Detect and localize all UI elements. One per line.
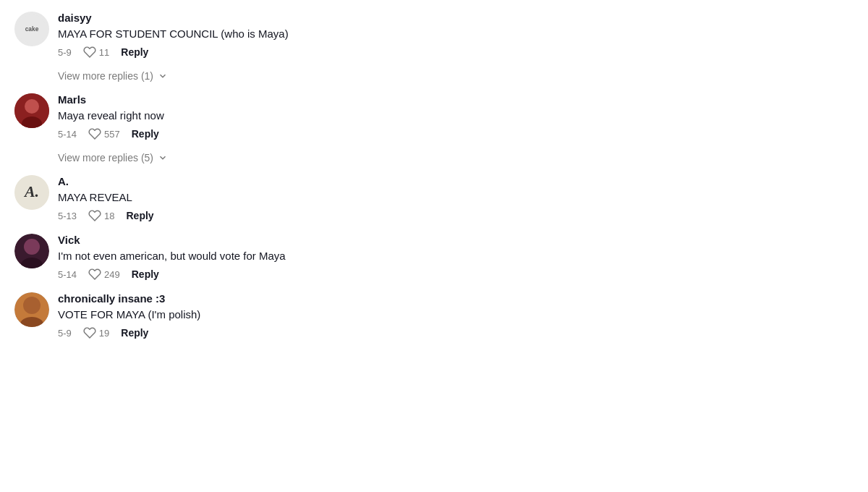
comment-item: chronically insane :3 VOTE FOR MAYA (I'm…: [14, 292, 492, 339]
like-button[interactable]: 557: [88, 127, 120, 140]
like-button[interactable]: 249: [88, 268, 120, 281]
comment-text: Maya reveal right now: [58, 108, 492, 123]
heart-icon: [88, 268, 101, 281]
avatar: [14, 292, 49, 327]
like-button[interactable]: 18: [88, 209, 114, 222]
comment-text: I'm not even american, but would vote fo…: [58, 248, 492, 263]
comment-meta: 5-14 249 Reply: [58, 268, 492, 281]
heart-icon: [88, 127, 101, 140]
heart-icon: [88, 209, 101, 222]
avatar: [14, 234, 49, 268]
comment-body: daisyy MAYA FOR STUDENT COUNCIL (who is …: [58, 12, 492, 59]
comment-meta: 5-9 11 Reply: [58, 46, 492, 59]
avatar: [14, 93, 49, 128]
reply-button[interactable]: Reply: [121, 46, 148, 58]
comment-username: Vick: [58, 234, 492, 246]
svg-point-11: [23, 297, 41, 314]
view-more-label: View more replies (5): [58, 152, 153, 164]
comment-date: 5-9: [58, 47, 72, 58]
like-count: 11: [99, 47, 109, 58]
like-button[interactable]: 19: [83, 326, 109, 339]
svg-point-8: [24, 239, 40, 255]
like-count: 249: [104, 269, 120, 280]
svg-text:A.: A.: [23, 182, 39, 200]
comment-body: A. MAYA REVEAL 5-13 18 Reply: [58, 175, 492, 222]
comment-text: VOTE FOR MAYA (I'm polish): [58, 307, 492, 322]
view-more-label: View more replies (1): [58, 70, 153, 82]
comment-date: 5-14: [58, 129, 77, 140]
comment-meta: 5-13 18 Reply: [58, 209, 492, 222]
avatar: A.: [14, 175, 49, 210]
heart-icon: [83, 326, 96, 339]
comment-item: A. A. MAYA REVEAL 5-13 18 Reply: [14, 175, 492, 222]
like-count: 19: [99, 328, 109, 339]
view-more-replies-button[interactable]: View more replies (5): [58, 152, 168, 164]
comment-item: Vick I'm not even american, but would vo…: [14, 234, 492, 281]
reply-button[interactable]: Reply: [132, 268, 159, 280]
reply-button[interactable]: Reply: [132, 128, 159, 140]
comments-container: cake daisyy MAYA FOR STUDENT COUNCIL (wh…: [0, 0, 506, 362]
comment-body: Vick I'm not even american, but would vo…: [58, 234, 492, 281]
comment-item: cake daisyy MAYA FOR STUDENT COUNCIL (wh…: [14, 12, 492, 59]
avatar: cake: [14, 12, 49, 46]
svg-point-3: [25, 99, 39, 114]
comment-meta: 5-14 557 Reply: [58, 127, 492, 140]
comment-username: daisyy: [58, 12, 492, 24]
reply-button[interactable]: Reply: [121, 327, 148, 339]
heart-icon: [83, 46, 96, 59]
comment-username: A.: [58, 175, 492, 187]
comment-text: MAYA REVEAL: [58, 190, 492, 205]
reply-button[interactable]: Reply: [127, 210, 154, 221]
chevron-down-icon: [158, 153, 168, 163]
comment-body: chronically insane :3 VOTE FOR MAYA (I'm…: [58, 292, 492, 339]
comment-username: Marls: [58, 93, 492, 106]
comment-date: 5-9: [58, 328, 72, 339]
svg-text:cake: cake: [25, 25, 39, 33]
comment-meta: 5-9 19 Reply: [58, 326, 492, 339]
like-count: 18: [104, 211, 114, 221]
comment-date: 5-13: [58, 211, 77, 221]
comment-body: Marls Maya reveal right now 5-14 557 Rep…: [58, 93, 492, 140]
like-count: 557: [104, 129, 120, 140]
chevron-down-icon: [158, 71, 168, 81]
comment-item: Marls Maya reveal right now 5-14 557 Rep…: [14, 93, 492, 140]
comment-date: 5-14: [58, 269, 77, 280]
view-more-replies-button[interactable]: View more replies (1): [58, 70, 168, 82]
like-button[interactable]: 11: [83, 46, 109, 59]
comment-username: chronically insane :3: [58, 292, 492, 305]
comment-text: MAYA FOR STUDENT COUNCIL (who is Maya): [58, 26, 492, 41]
